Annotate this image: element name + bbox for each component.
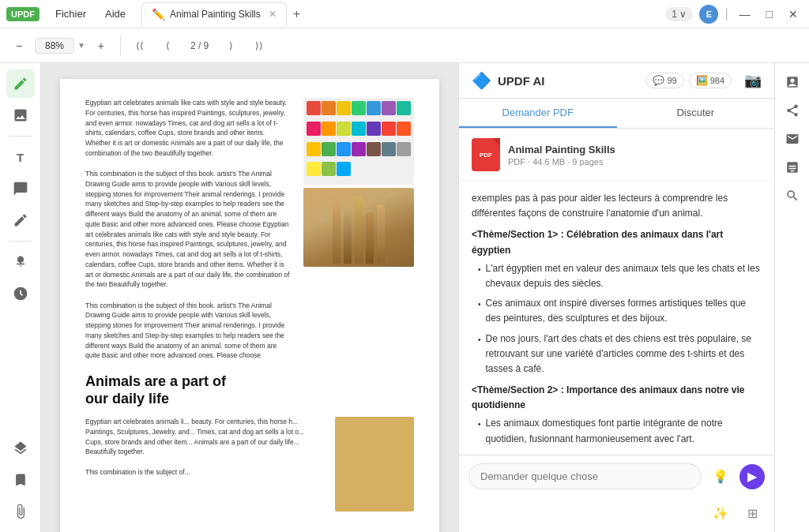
sidebar-icon-bookmark[interactable] xyxy=(6,466,35,494)
ai-bullet-1-1: • L'art égyptien met en valeur des anima… xyxy=(472,261,762,291)
image-count: 984 xyxy=(710,76,724,85)
left-sidebar: T xyxy=(0,63,41,532)
separator-1 xyxy=(120,36,121,55)
bullet-dot: • xyxy=(478,418,481,446)
right-sidebar-convert[interactable] xyxy=(780,69,805,95)
pdf-page: Egyptian art celebrates animals like cat… xyxy=(60,79,439,532)
user-avatar[interactable]: E xyxy=(699,5,718,24)
sidebar-icon-image[interactable] xyxy=(6,101,35,129)
sidebar-icon-comment[interactable] xyxy=(6,279,35,308)
file-meta: PDF · 44.6 MB · 9 pages xyxy=(508,157,762,167)
right-sidebar-search[interactable] xyxy=(780,183,805,208)
sidebar-separator xyxy=(9,136,32,137)
ai-content-intro: exemples pas à pas pour aider les lecteu… xyxy=(472,191,762,221)
zoom-in-button[interactable]: + xyxy=(88,33,114,58)
right-sidebar-share[interactable] xyxy=(780,98,805,123)
ai-sparkle-button[interactable]: ✨ xyxy=(708,500,733,526)
sidebar-icon-stamp[interactable] xyxy=(6,248,35,276)
right-sidebar xyxy=(774,63,809,532)
pdf-body-text-2: This combination is the subject of this … xyxy=(85,169,291,290)
ai-badges: 💬 99 🖼️ 984 xyxy=(645,73,732,88)
ai-content[interactable]: exemples pas à pas pour aider les lecteu… xyxy=(459,182,774,455)
bullet-dot: • xyxy=(478,298,481,326)
titlebar: UPDF Fichier Aide ✏️ Animal Painting Ski… xyxy=(0,0,809,28)
ai-input-area: 💡 ▶ xyxy=(459,455,774,497)
window-controls: 1 ∨ E | — □ ✕ xyxy=(665,5,803,24)
ai-logo-icon: 🔷 xyxy=(472,71,491,90)
zoom-out-button[interactable]: − xyxy=(6,33,32,58)
nav-prev-button[interactable]: ⟨ xyxy=(156,33,181,58)
bullet-text-1-2: Ces animaux ont inspiré diverses formes … xyxy=(486,296,762,326)
menu-fichier[interactable]: Fichier xyxy=(46,5,96,23)
page-nav-indicator[interactable]: 1 ∨ xyxy=(665,7,693,21)
file-name: Animal Painting Skills xyxy=(508,144,762,155)
sidebar-icon-annotate[interactable] xyxy=(6,174,35,203)
ai-camera-button[interactable]: 📷 xyxy=(744,72,762,89)
nav-next-button[interactable]: ⟩ xyxy=(218,33,243,58)
sidebar-icon-attach[interactable] xyxy=(6,497,35,526)
ai-section-2: <Thème/Section 2> : Importance des anima… xyxy=(472,383,762,455)
zoom-value[interactable]: 88% xyxy=(35,38,74,54)
ai-tabs: Demander PDF Discuter xyxy=(459,99,774,129)
ai-section-1: <Thème/Section 1> : Célébration des anim… xyxy=(472,227,762,377)
ai-section-2-header: <Thème/Section 2> : Importance des anima… xyxy=(472,383,762,413)
ai-title: UPDF AI xyxy=(498,74,544,88)
sidebar-icon-layers[interactable] xyxy=(6,434,35,463)
ai-bullet-1-2: • Ces animaux ont inspiré diverses forme… xyxy=(472,296,762,326)
ai-bottom-actions: ✨ ⊞ xyxy=(459,497,774,532)
nav-last-button[interactable]: ⟩⟩ xyxy=(246,33,272,58)
ai-panel: 🔷 UPDF AI 💬 99 🖼️ 984 📷 Demander PDF Dis… xyxy=(458,63,774,532)
zoom-control: 88% ▼ xyxy=(35,38,85,54)
image-badge: 🖼️ 984 xyxy=(689,73,732,88)
nav-first-button[interactable]: ⟨⟨ xyxy=(127,33,152,58)
image-icon: 🖼️ xyxy=(696,75,708,86)
ai-section-1-header: <Thème/Section 1> : Célébration des anim… xyxy=(472,227,762,257)
pdf-content-area[interactable]: Egyptian art celebrates animals like cat… xyxy=(41,63,458,532)
pdf-image-area xyxy=(303,98,414,361)
app-logo: UPDF xyxy=(6,7,40,21)
tab-label: Animal Painting Skills xyxy=(170,9,261,20)
tab-icon: ✏️ xyxy=(152,8,165,21)
chat-icon: 💬 xyxy=(653,75,664,86)
new-tab-button[interactable]: + xyxy=(287,4,307,24)
minimize-button[interactable]: — xyxy=(735,8,755,21)
bullet-dot: • xyxy=(478,264,481,291)
tab-animal-painting[interactable]: ✏️ Animal Painting Skills ✕ xyxy=(141,2,287,26)
page-separator: / xyxy=(198,40,204,51)
close-button[interactable]: ✕ xyxy=(784,8,803,21)
tab-bar: ✏️ Animal Painting Skills ✕ + xyxy=(141,2,665,26)
menu-bar: Fichier Aide xyxy=(46,5,135,23)
main-toolbar: − 88% ▼ + ⟨⟨ ⟨ 2 / 9 ⟩ ⟩⟩ xyxy=(0,28,809,63)
sidebar-icon-text[interactable]: T xyxy=(6,143,35,171)
right-sidebar-grid[interactable] xyxy=(780,155,805,180)
sidebar-separator-2 xyxy=(9,241,32,242)
pdf-bottom-text: Egyptian art celebrates animals li... be… xyxy=(85,417,322,478)
page-info: 2 / 9 xyxy=(184,40,215,51)
pdf-body-text-1: Egyptian art celebrates animals like cat… xyxy=(85,98,291,159)
sidebar-icon-sign[interactable] xyxy=(6,206,35,234)
menu-aide[interactable]: Aide xyxy=(96,5,135,23)
page-current[interactable]: 2 xyxy=(190,40,196,51)
chat-count: 99 xyxy=(667,76,676,85)
bullet-text-1-1: L'art égyptien met en valeur des animaux… xyxy=(486,261,762,291)
right-sidebar-email[interactable] xyxy=(780,126,805,152)
bullet-dot: • xyxy=(478,334,481,377)
ai-search-input[interactable] xyxy=(468,463,702,489)
ai-bullet-2-1: • Les animaux domestiques font partie in… xyxy=(472,416,762,446)
ai-grid-button[interactable]: ⊞ xyxy=(739,500,765,526)
file-pdf-icon: PDF xyxy=(472,138,500,171)
ai-light-button[interactable]: 💡 xyxy=(708,464,733,489)
tab-demander-pdf[interactable]: Demander PDF xyxy=(459,99,617,128)
tab-close-button[interactable]: ✕ xyxy=(269,9,277,20)
pdf-body-text-3: This combination is the subject of this … xyxy=(85,301,291,362)
bullet-text-1-3: De nos jours, l'art des chats et des chi… xyxy=(486,332,762,377)
ai-send-button[interactable]: ▶ xyxy=(739,464,765,489)
ai-header: 🔷 UPDF AI 💬 99 🖼️ 984 📷 xyxy=(459,63,774,99)
zoom-dropdown-icon[interactable]: ▼ xyxy=(77,41,85,50)
file-details: Animal Painting Skills PDF · 44.6 MB · 9… xyxy=(508,144,762,167)
main-area: T Egyptian art celebrates anim xyxy=(0,63,809,532)
maximize-button[interactable]: □ xyxy=(762,8,777,21)
tab-discuter[interactable]: Discuter xyxy=(617,99,775,128)
sidebar-icon-edit[interactable] xyxy=(6,69,35,98)
bullet-text-2-1: Les animaux domestiques font partie inté… xyxy=(486,416,762,446)
